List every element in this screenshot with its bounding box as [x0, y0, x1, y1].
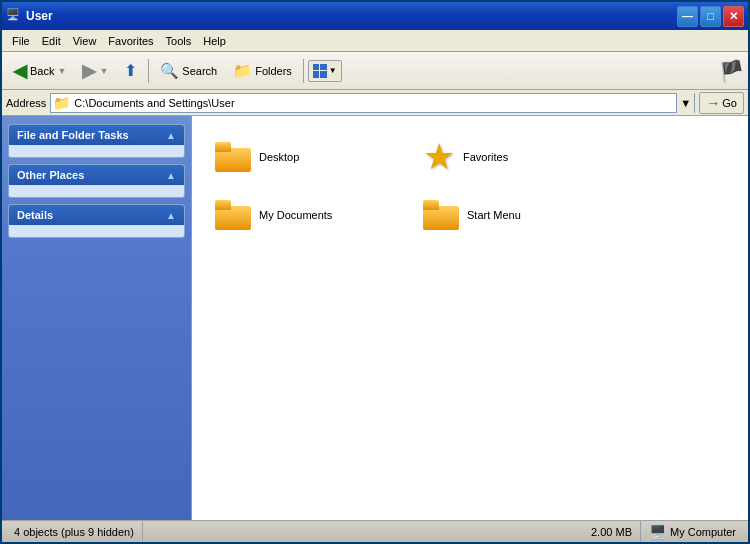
toolbar: ◀ Back ▼ ▶ ▼ ⬆ 🔍 Search 📁 Folders ▼ 🏴 [2, 52, 748, 90]
other-places-expand-icon: ▲ [166, 170, 176, 181]
views-button[interactable]: ▼ [308, 60, 342, 82]
search-icon: 🔍 [160, 62, 179, 80]
status-size-text: 2.00 MB [591, 526, 632, 538]
status-objects: 4 objects (plus 9 hidden) [6, 521, 143, 542]
sidebar-panel-file-folder-tasks: File and Folder Tasks ▲ [8, 124, 185, 158]
up-button[interactable]: ⬆ [117, 57, 144, 84]
menu-favorites[interactable]: Favorites [102, 33, 159, 49]
sidebar-panel-file-folder-tasks-label: File and Folder Tasks [17, 129, 129, 141]
item-my-documents-label: My Documents [259, 209, 332, 221]
main-area: File and Folder Tasks ▲ Other Places ▲ D… [2, 116, 748, 520]
sidebar-panel-details-label: Details [17, 209, 53, 221]
titlebar-buttons: — □ ✕ [677, 6, 744, 27]
back-icon: ◀ [13, 60, 27, 82]
mycomputer-icon: 🖥️ [649, 524, 666, 540]
menu-edit[interactable]: Edit [36, 33, 67, 49]
favorites-star-icon: ★ [423, 139, 455, 175]
details-expand-icon: ▲ [166, 210, 176, 221]
menu-file[interactable]: File [6, 33, 36, 49]
content-area: Desktop ★ Favorites My Documents Start M… [192, 116, 748, 520]
list-item[interactable]: My Documents [208, 190, 408, 240]
views-icon [313, 64, 327, 78]
folder-icon [423, 200, 459, 230]
list-item[interactable]: ★ Favorites [416, 132, 616, 182]
sidebar-panel-file-folder-tasks-body [9, 145, 184, 157]
status-size: 2.00 MB [583, 521, 641, 542]
window-title: User [26, 9, 677, 23]
toolbar-separator-2 [303, 59, 304, 83]
sidebar-panel-details-header[interactable]: Details ▲ [9, 205, 184, 225]
windows-flag-icon: 🏴 [719, 59, 744, 83]
search-button[interactable]: 🔍 Search [153, 58, 224, 84]
address-label: Address [6, 97, 46, 109]
window-icon: 🖥️ [6, 8, 22, 24]
sidebar-panel-details: Details ▲ [8, 204, 185, 238]
back-label: Back [30, 65, 54, 77]
minimize-button[interactable]: — [677, 6, 698, 27]
go-arrow-icon: → [706, 95, 720, 111]
maximize-button[interactable]: □ [700, 6, 721, 27]
address-dropdown-button[interactable]: ▼ [676, 93, 694, 113]
folders-icon: 📁 [233, 62, 252, 80]
sidebar-panel-other-places-body [9, 185, 184, 197]
menu-tools[interactable]: Tools [160, 33, 198, 49]
close-button[interactable]: ✕ [723, 6, 744, 27]
status-location-text: My Computer [670, 526, 736, 538]
status-location: 🖥️ My Computer [641, 521, 744, 542]
sidebar-panel-other-places-label: Other Places [17, 169, 84, 181]
sidebar-panel-other-places: Other Places ▲ [8, 164, 185, 198]
address-input-wrap: 📁 ▼ [50, 93, 695, 113]
file-folder-tasks-expand-icon: ▲ [166, 130, 176, 141]
folders-label: Folders [255, 65, 292, 77]
statusbar: 4 objects (plus 9 hidden) 2.00 MB 🖥️ My … [2, 520, 748, 542]
menubar: File Edit View Favorites Tools Help [2, 30, 748, 52]
list-item[interactable]: Desktop [208, 132, 408, 182]
address-folder-icon: 📁 [51, 95, 72, 111]
status-objects-text: 4 objects (plus 9 hidden) [14, 526, 134, 538]
window: 🖥️ User — □ ✕ File Edit View Favorites T… [0, 0, 750, 544]
back-button[interactable]: ◀ Back ▼ [6, 56, 73, 86]
go-button[interactable]: → Go [699, 92, 744, 114]
menu-help[interactable]: Help [197, 33, 232, 49]
toolbar-separator-1 [148, 59, 149, 83]
up-icon: ⬆ [124, 61, 137, 80]
forward-button[interactable]: ▶ ▼ [75, 56, 115, 86]
back-dropdown-icon: ▼ [57, 66, 66, 76]
item-favorites-label: Favorites [463, 151, 508, 163]
forward-dropdown-icon: ▼ [99, 66, 108, 76]
item-start-menu-label: Start Menu [467, 209, 521, 221]
folder-icon [215, 142, 251, 172]
folder-icon [215, 200, 251, 230]
sidebar-panel-details-body [9, 225, 184, 237]
folders-button[interactable]: 📁 Folders [226, 58, 299, 84]
address-input[interactable] [72, 97, 676, 109]
sidebar-panel-other-places-header[interactable]: Other Places ▲ [9, 165, 184, 185]
sidebar: File and Folder Tasks ▲ Other Places ▲ D… [2, 116, 192, 520]
item-desktop-label: Desktop [259, 151, 299, 163]
addressbar: Address 📁 ▼ → Go [2, 90, 748, 116]
sidebar-panel-file-folder-tasks-header[interactable]: File and Folder Tasks ▲ [9, 125, 184, 145]
list-item[interactable]: Start Menu [416, 190, 616, 240]
forward-icon: ▶ [82, 60, 96, 82]
search-label: Search [182, 65, 217, 77]
go-label: Go [722, 97, 737, 109]
views-dropdown-icon: ▼ [329, 66, 337, 75]
menu-view[interactable]: View [67, 33, 103, 49]
titlebar: 🖥️ User — □ ✕ [2, 2, 748, 30]
